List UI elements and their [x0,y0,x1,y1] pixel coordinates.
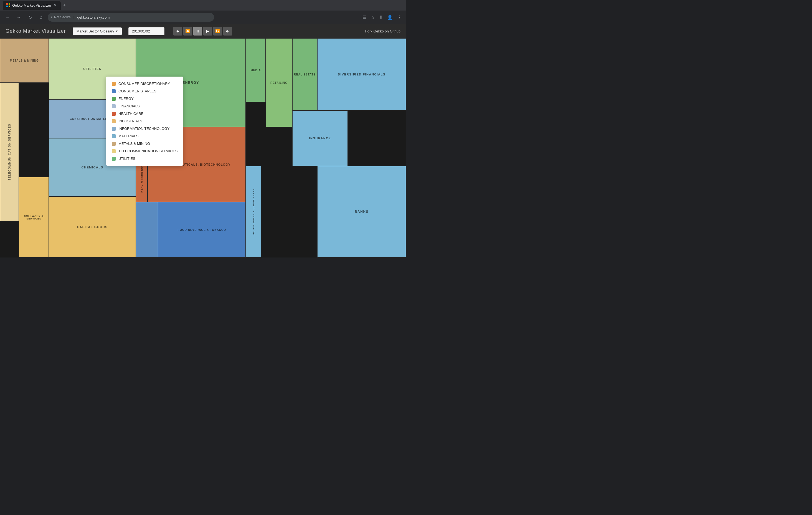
dropdown-arrow-icon: ▾ [116,29,118,33]
software-services-cell[interactable]: SOFTWARE & SERVICES [19,177,49,258]
ms-favicon-icon [6,3,10,7]
consumer-staples-label: CONSUMER STAPLES [118,89,156,93]
autos-label: AUTOMOBILES & COMPONENTS [252,189,255,235]
real-estate-cell[interactable]: REAL ESTATE [292,38,317,110]
playback-controls: ⏮ ⏪ ⏸ ▶ ⏩ ⏭ [173,27,232,35]
metals-mining-color [112,142,116,146]
materials-label: MATERIALS [118,134,139,138]
telecom-dropdown-label: TELECOMMUNICATION SERVICES [118,149,177,153]
financials-label: FINANCIALS [118,104,140,108]
div-fin-label: DIVERSIFIED FINANCIALS [338,73,385,76]
play-button[interactable]: ▶ [203,27,212,35]
banks-cell[interactable]: BANKS [317,166,406,258]
sector-glossary-button[interactable]: Market Sector Glossary ▾ [72,27,122,35]
tab-title: Gekko Market Visualizer [12,3,51,7]
dropdown-consumer-staples[interactable]: CONSUMER STAPLES [106,87,183,95]
fast-forward-button[interactable]: ⏩ [213,27,222,35]
dropdown-telecom[interactable]: TELECOMMUNICATION SERVICES [106,147,183,155]
menu-icon[interactable]: ☰ [361,13,368,21]
telecom-label: TELECOMMUNICATION SERVICES [8,124,11,180]
dropdown-industrials[interactable]: INDUSTRIALS [106,117,183,125]
insurance-label: INSURANCE [309,137,331,140]
url-separator: | [74,15,74,20]
info-tech-label: INFORMATION TECHNOLOGY [118,127,169,131]
consumer-disc-color [112,82,116,86]
energy-color [112,97,116,101]
capital-goods-cell[interactable]: CAPITAL GOODS [49,196,136,258]
insurance-cell[interactable]: INSURANCE [292,110,348,166]
metals-mining-dropdown-label: METALS & MINING [118,141,150,146]
profile-icon[interactable]: 👤 [386,13,394,21]
utilities-color [112,157,116,161]
consumer-disc-label: CONSUMER DISCRETIONARY [118,82,170,86]
github-link[interactable]: Fork Gekko on Github [365,29,401,33]
telecom-cell[interactable]: TELECOMMUNICATION SERVICES [0,83,19,221]
metals-mining-cell[interactable]: METALS & MINING [0,38,49,83]
skip-start-button[interactable]: ⏮ [173,27,182,35]
sector-btn-label: Market Sector Glossary [77,29,114,33]
app-header: Gekko Market Visualizer Market Sector Gl… [0,24,406,38]
materials-color [112,134,116,138]
toolbar-right: ☰ ☆ ⬇ 👤 ⋮ [361,13,403,21]
bookmark-icon[interactable]: ☆ [370,13,376,21]
home-button[interactable]: ⌂ [37,13,46,22]
more-icon[interactable]: ⋮ [396,13,403,21]
security-icon: ℹ [51,15,52,19]
dropdown-financials[interactable]: FINANCIALS [106,102,183,110]
rewind-button[interactable]: ⏪ [183,27,192,35]
food-bev-label: FOOD BEVERAGE & TOBACCO [178,228,226,232]
dropdown-utilities[interactable]: UTILITIES [106,155,183,162]
downloads-icon[interactable]: ⬇ [378,13,384,21]
dropdown-menu: CONSUMER DISCRETIONARY CONSUMER STAPLES … [106,77,183,166]
food-bev-cell[interactable]: FOOD BEVERAGE & TOBACCO [158,202,246,258]
dropdown-health-care[interactable]: HEALTH CARE [106,110,183,117]
industrials-color [112,119,116,123]
chemicals-label: CHEMICALS [82,166,104,169]
address-bar[interactable]: ℹ Not Secure | gekko.stolarsky.com [48,13,214,22]
dropdown-info-tech[interactable]: INFORMATION TECHNOLOGY [106,125,183,132]
media-cell[interactable]: MEDIA [246,38,266,102]
tab-bar: Gekko Market Visualizer ✕ + [3,0,67,10]
software-label: SOFTWARE & SERVICES [19,215,49,220]
health-care-dropdown-label: HEALTH CARE [118,112,143,116]
favicon [6,3,10,7]
retailing-cell[interactable]: RETAILING [266,38,292,127]
utilities-label: UTILITIES [83,67,101,71]
food-bev-small-cell[interactable] [136,202,158,258]
retailing-label: RETAILING [270,81,288,84]
div-fin-cell[interactable]: DIVERSIFIED FINANCIALS [317,38,406,110]
metals-mining-label: METALS & MINING [10,59,39,62]
forward-button[interactable]: → [14,13,23,22]
new-tab-button[interactable]: + [62,1,67,9]
reload-button[interactable]: ↻ [26,13,34,22]
tab-close-button[interactable]: ✕ [53,2,57,8]
pause-button[interactable]: ⏸ [193,27,202,35]
browser-chrome: Gekko Market Visualizer ✕ + [0,0,406,10]
info-tech-color [112,127,116,131]
app-title: Gekko Market Visualizer [5,28,66,34]
financials-color [112,104,116,108]
utilities-dropdown-label: UTILITIES [118,157,135,161]
treemap-container: METALS & MINING TELECOMMUNICATION SERVIC… [0,38,406,258]
capital-goods-label: CAPITAL GOODS [77,225,108,228]
dropdown-consumer-disc[interactable]: CONSUMER DISCRETIONARY [106,80,183,87]
date-input[interactable] [128,27,165,35]
dropdown-materials[interactable]: MATERIALS [106,132,183,140]
telecom-color [112,149,116,153]
media-label: MEDIA [251,69,261,72]
real-estate-label: REAL ESTATE [294,73,316,76]
dropdown-energy[interactable]: ENERGY [106,95,183,102]
skip-end-button[interactable]: ⏭ [223,27,232,35]
autos-cell[interactable]: AUTOMOBILES & COMPONENTS [246,166,261,258]
security-label: Not Secure [54,15,71,19]
active-tab[interactable]: Gekko Market Visualizer ✕ [3,1,61,10]
energy-dropdown-label: ENERGY [118,97,134,101]
banks-label: BANKS [355,210,369,214]
url-text: gekko.stolarsky.com [77,15,110,20]
dropdown-metals-mining[interactable]: METALS & MINING [106,140,183,147]
address-bar-row: ← → ↻ ⌂ ℹ Not Secure | gekko.stolarsky.c… [0,10,406,24]
industrials-label: INDUSTRIALS [118,119,142,123]
health-care-color [112,112,116,116]
consumer-staples-color [112,89,116,93]
back-button[interactable]: ← [3,13,12,22]
